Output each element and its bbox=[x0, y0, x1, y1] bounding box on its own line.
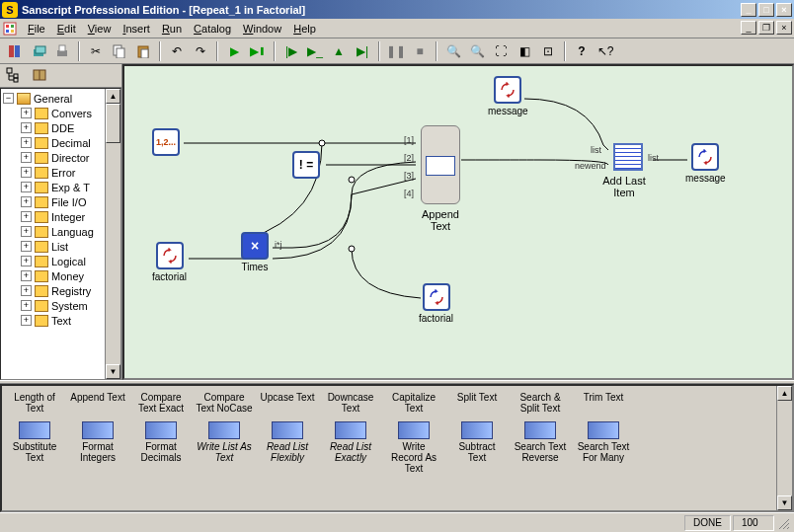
palette-item[interactable]: Trim Text bbox=[575, 390, 632, 414]
copy-icon[interactable] bbox=[109, 40, 130, 62]
book-icon[interactable] bbox=[4, 40, 26, 62]
redo-icon[interactable]: ↷ bbox=[190, 40, 211, 62]
palette-item[interactable]: Write List As Text bbox=[196, 421, 253, 474]
run-stop-icon[interactable]: ▶| bbox=[352, 40, 373, 62]
menu-window[interactable]: Window bbox=[237, 21, 287, 37]
zoom-actual-icon[interactable]: ⊡ bbox=[537, 40, 559, 62]
palette-item[interactable]: Search & Split Text bbox=[512, 390, 569, 414]
menu-run[interactable]: Run bbox=[156, 21, 188, 37]
tab-book-icon[interactable] bbox=[32, 67, 47, 85]
palette-item[interactable]: Capitalize Text bbox=[385, 390, 442, 414]
collapse-icon[interactable]: − bbox=[3, 93, 14, 104]
expand-icon[interactable]: + bbox=[21, 167, 32, 178]
menu-help[interactable]: Help bbox=[287, 21, 322, 37]
node-message-top[interactable]: message bbox=[488, 76, 528, 116]
scroll-down-icon[interactable]: ▼ bbox=[777, 495, 792, 510]
mdi-minimize-button[interactable]: _ bbox=[741, 21, 756, 35]
expand-icon[interactable]: + bbox=[21, 122, 32, 133]
help-icon[interactable]: ? bbox=[571, 40, 593, 62]
expand-icon[interactable]: + bbox=[21, 108, 32, 118]
menu-catalog[interactable]: Catalog bbox=[188, 21, 237, 37]
expand-icon[interactable]: + bbox=[21, 241, 32, 252]
tab-tree-icon[interactable] bbox=[6, 67, 22, 85]
expand-icon[interactable]: + bbox=[21, 300, 32, 311]
mdi-close-button[interactable]: × bbox=[776, 21, 792, 35]
expand-icon[interactable]: + bbox=[21, 152, 32, 163]
expand-icon[interactable]: + bbox=[21, 285, 32, 296]
print-icon[interactable] bbox=[51, 40, 73, 62]
tree-item[interactable]: +List bbox=[3, 239, 119, 254]
zoom-fit-icon[interactable]: ⛶ bbox=[490, 40, 512, 62]
expand-icon[interactable]: + bbox=[21, 137, 32, 148]
zoom-out-icon[interactable]: 🔍 bbox=[466, 40, 488, 62]
node-not-equal[interactable]: ! = bbox=[292, 151, 320, 179]
help-cursor-icon[interactable]: ↖? bbox=[595, 40, 616, 62]
tree-item[interactable]: +Integer bbox=[3, 209, 119, 224]
run-start-icon[interactable]: |▶ bbox=[280, 40, 302, 62]
palette-item[interactable]: Upcase Text bbox=[259, 390, 316, 414]
paste-icon[interactable] bbox=[132, 40, 154, 62]
expand-icon[interactable]: + bbox=[21, 196, 32, 207]
menu-insert[interactable]: Insert bbox=[117, 21, 156, 37]
tree-item[interactable]: +Languag bbox=[3, 224, 119, 239]
scroll-thumb[interactable] bbox=[106, 104, 120, 143]
tree-scrollbar[interactable]: ▲ ▼ bbox=[105, 89, 120, 379]
tree-item[interactable]: +Money bbox=[3, 268, 119, 283]
tree-item[interactable]: +File I/O bbox=[3, 194, 119, 209]
undo-icon[interactable]: ↶ bbox=[166, 40, 188, 62]
palette-scrollbar[interactable]: ▲ ▼ bbox=[776, 386, 792, 510]
palette-item[interactable]: Substitute Text bbox=[6, 421, 63, 474]
tree-item[interactable]: +Director bbox=[3, 150, 119, 165]
palette-item[interactable]: Search Text Reverse bbox=[512, 421, 569, 474]
zoom-in-icon[interactable]: 🔍 bbox=[442, 40, 464, 62]
play-icon[interactable]: ▶ bbox=[223, 40, 245, 62]
palette-item[interactable]: Format Decimals bbox=[132, 421, 190, 474]
node-message-out[interactable]: message bbox=[685, 143, 726, 184]
tree-item[interactable]: +Exp & T bbox=[3, 180, 119, 194]
zoom-region-icon[interactable]: ◧ bbox=[514, 40, 535, 62]
node-input-const[interactable]: 1,2... bbox=[152, 128, 180, 156]
node-factorial-in[interactable]: factorial bbox=[152, 242, 187, 282]
scroll-up-icon[interactable]: ▲ bbox=[106, 89, 120, 104]
node-add-last-item[interactable] bbox=[613, 143, 643, 171]
palette-item[interactable]: Format Integers bbox=[69, 421, 126, 474]
palette-item[interactable]: Read List Flexibly bbox=[259, 421, 316, 474]
menu-view[interactable]: View bbox=[82, 21, 118, 37]
expand-icon[interactable]: + bbox=[21, 211, 32, 222]
palette-item[interactable]: Search Text For Many bbox=[575, 421, 632, 474]
palette-item[interactable]: Append Text bbox=[69, 390, 126, 414]
close-button[interactable]: × bbox=[776, 3, 792, 17]
flowgram-canvas[interactable]: 1,2... ! = factorial × Times i*j [1] [2]… bbox=[122, 64, 794, 380]
expand-icon[interactable]: + bbox=[21, 182, 32, 192]
menu-file[interactable]: File bbox=[22, 21, 51, 37]
stop-icon[interactable]: ■ bbox=[409, 40, 431, 62]
tree-item[interactable]: +Error bbox=[3, 165, 119, 180]
tree-item[interactable]: +Text bbox=[3, 313, 119, 328]
catalog-tree[interactable]: − General +Convers+DDE+Decimal+Director+… bbox=[1, 89, 120, 330]
palette-item[interactable]: Downcase Text bbox=[322, 390, 379, 414]
palette-item[interactable]: Compare Text NoCase bbox=[196, 390, 253, 414]
tree-item[interactable]: +System bbox=[3, 298, 119, 313]
mdi-restore-button[interactable]: ❐ bbox=[758, 21, 774, 35]
palette-item[interactable]: Subtract Text bbox=[448, 421, 506, 474]
scroll-up-icon[interactable]: ▲ bbox=[777, 386, 792, 401]
tree-item[interactable]: +DDE bbox=[3, 120, 119, 135]
run-over-icon[interactable]: ▲ bbox=[328, 40, 350, 62]
expand-icon[interactable]: + bbox=[21, 315, 32, 326]
palette-item[interactable]: Read List Exactly bbox=[322, 421, 379, 474]
palette-item[interactable]: Write Record As Text bbox=[385, 421, 442, 474]
expand-icon[interactable]: + bbox=[21, 226, 32, 237]
menu-edit[interactable]: Edit bbox=[51, 21, 82, 37]
node-factorial-out[interactable]: factorial bbox=[419, 283, 453, 324]
tree-root-label[interactable]: General bbox=[34, 93, 72, 105]
pause-icon[interactable]: ❚❚ bbox=[385, 40, 407, 62]
node-times[interactable]: × Times bbox=[241, 232, 269, 272]
resize-grip-icon[interactable] bbox=[776, 516, 790, 530]
expand-icon[interactable]: + bbox=[21, 256, 32, 266]
minimize-button[interactable]: _ bbox=[741, 3, 756, 17]
tree-item[interactable]: +Convers bbox=[3, 106, 119, 120]
node-append-text[interactable] bbox=[421, 125, 460, 204]
cut-icon[interactable]: ✂ bbox=[85, 40, 107, 62]
maximize-button[interactable]: □ bbox=[758, 3, 774, 17]
play-pause-icon[interactable]: ▶❚ bbox=[247, 40, 269, 62]
